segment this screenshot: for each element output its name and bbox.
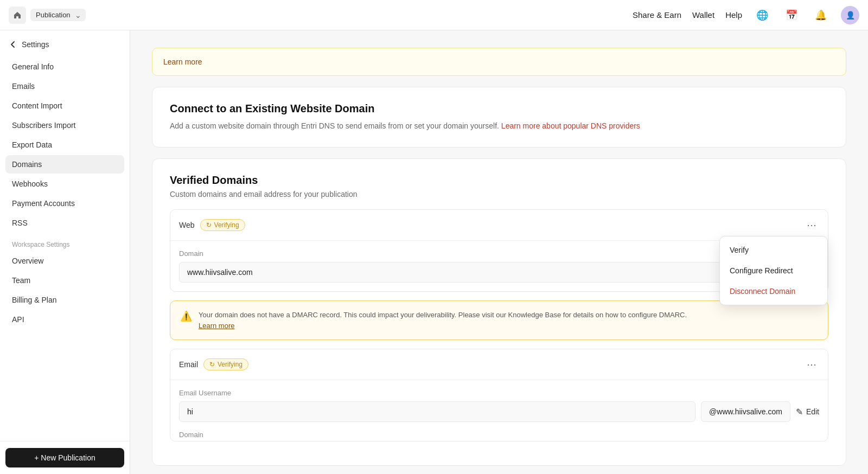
sidebar-item-api[interactable]: API — [5, 310, 124, 329]
wallet-link[interactable]: Wallet — [692, 10, 714, 20]
web-domain-card: Web ↻ Verifying ⋯ Domain www.hiivsalive.… — [170, 209, 828, 292]
sidebar-item-label: Billing & Plan — [12, 296, 57, 304]
bell-icon: 🔔 — [815, 9, 827, 21]
email-domain-card-body: Email Username hi @www.hiivsalive.com ✎ … — [170, 380, 828, 431]
dropdown-disconnect-domain[interactable]: Disconnect Domain — [720, 281, 827, 302]
topbar: Publication Share & Earn Wallet Help 🌐 📅… — [0, 0, 868, 30]
sidebar-item-emails[interactable]: Emails — [5, 77, 124, 95]
verifying-spin-icon: ↻ — [206, 221, 212, 229]
web-domain-type: Web — [179, 221, 195, 229]
warning-triangle-icon: ⚠️ — [180, 310, 192, 322]
email-username-label: Email Username — [179, 389, 819, 397]
sidebar-item-label: Overview — [12, 257, 43, 265]
email-domain-more-button[interactable]: ⋯ — [804, 357, 819, 372]
verified-domains-description: Custom domains and email address for you… — [170, 190, 828, 198]
new-publication-button[interactable]: + New Publication — [5, 448, 124, 467]
calendar-icon: 📅 — [786, 9, 797, 21]
sidebar-item-label: Export Data — [12, 140, 52, 149]
main-content: Learn more Connect to an Existing Websit… — [130, 30, 868, 474]
sidebar-nav: General Info Emails Content Import Subsc… — [0, 55, 130, 441]
email-domain-header-left: Email ↻ Verifying — [179, 358, 248, 370]
sidebar-item-label: Team — [12, 276, 30, 285]
sidebar-item-subscribers-import[interactable]: Subscribers Import — [5, 116, 124, 134]
home-button[interactable] — [9, 7, 26, 24]
sidebar-item-label: Subscribers Import — [12, 121, 75, 130]
dropdown-verify[interactable]: Verify — [720, 240, 827, 260]
web-domain-dropdown: Verify Configure Redirect Disconnect Dom… — [719, 236, 828, 305]
sidebar-item-rss[interactable]: RSS — [5, 214, 124, 232]
email-more-dots-icon: ⋯ — [807, 358, 816, 370]
sidebar-footer: + New Publication — [0, 441, 130, 474]
back-arrow-icon — [9, 40, 17, 49]
sidebar-item-label: Webhooks — [12, 180, 48, 188]
sidebar-item-label: RSS — [12, 219, 28, 227]
sidebar-back-button[interactable]: Settings — [0, 30, 130, 55]
avatar-initials: 👤 — [846, 11, 855, 20]
edit-button-label: Edit — [806, 407, 819, 416]
connect-domain-description: Add a custom website domain through Entr… — [170, 120, 828, 132]
sidebar-item-export-data[interactable]: Export Data — [5, 136, 124, 154]
publication-selector[interactable]: Publication — [30, 9, 86, 21]
verified-domains-title: Verified Domains — [170, 174, 828, 187]
sidebar-item-label: Domains — [12, 160, 42, 169]
top-warning-banner: Learn more — [152, 48, 846, 76]
sidebar-item-label: General Info — [12, 62, 54, 71]
email-domain-type: Email — [179, 360, 198, 369]
connect-domain-card: Connect to an Existing Website Domain Ad… — [152, 87, 846, 148]
avatar[interactable]: 👤 — [841, 6, 859, 24]
email-verifying-label: Verifying — [218, 361, 242, 368]
email-username-value: hi — [179, 401, 695, 422]
verified-domains-section: Verified Domains Custom domains and emai… — [152, 158, 846, 466]
sidebar-item-content-import[interactable]: Content Import — [5, 97, 124, 115]
email-edit-button[interactable]: ✎ Edit — [796, 407, 819, 417]
web-domain-more-button[interactable]: ⋯ — [804, 217, 819, 233]
globe-icon: 🌐 — [756, 9, 768, 21]
bell-button[interactable]: 🔔 — [812, 6, 830, 24]
email-verifying-badge: ↻ Verifying — [203, 358, 248, 370]
sidebar-item-label: Payment Accounts — [12, 199, 75, 208]
email-domain-bottom-label: Domain — [170, 431, 828, 441]
email-domain-card: Email ↻ Verifying ⋯ Email Username hi — [170, 349, 828, 441]
sidebar-item-payment-accounts[interactable]: Payment Accounts — [5, 194, 124, 213]
dns-link[interactable]: Learn more about popular DNS providers — [501, 121, 640, 130]
layout: Settings General Info Emails Content Imp… — [0, 30, 868, 474]
top-warning-learn-more-link[interactable]: Learn more — [163, 57, 202, 66]
sidebar: Settings General Info Emails Content Imp… — [0, 30, 130, 474]
sidebar-item-label: API — [12, 315, 24, 324]
sidebar-item-team[interactable]: Team — [5, 271, 124, 290]
topbar-right: Share & Earn Wallet Help 🌐 📅 🔔 👤 — [633, 6, 859, 24]
web-verifying-badge: ↻ Verifying — [200, 219, 245, 231]
email-field-row: hi @www.hiivsalive.com ✎ Edit — [179, 401, 819, 422]
sidebar-item-label: Emails — [12, 82, 35, 91]
web-domain-header-left: Web ↻ Verifying — [179, 219, 245, 231]
dropdown-configure-redirect[interactable]: Configure Redirect — [720, 260, 827, 281]
sidebar-item-billing-plan[interactable]: Billing & Plan — [5, 291, 124, 309]
share-earn-link[interactable]: Share & Earn — [633, 10, 681, 20]
sidebar-back-label: Settings — [22, 40, 49, 49]
dmarc-warning-text: Your domain does not have a DMARC record… — [199, 310, 687, 331]
help-link[interactable]: Help — [725, 10, 742, 20]
dmarc-learn-more-link[interactable]: Learn more — [199, 322, 234, 330]
sidebar-item-overview[interactable]: Overview — [5, 252, 124, 270]
web-verifying-label: Verifying — [214, 221, 239, 229]
email-domain-card-header: Email ↻ Verifying ⋯ — [170, 349, 828, 380]
globe-button[interactable]: 🌐 — [753, 6, 771, 24]
sidebar-item-general-info[interactable]: General Info — [5, 57, 124, 76]
email-verifying-spin-icon: ↻ — [209, 361, 215, 368]
dmarc-warning-box: ⚠️ Your domain does not have a DMARC rec… — [170, 300, 828, 340]
topbar-left: Publication — [9, 7, 86, 24]
workspace-section-label: Workspace Settings — [5, 233, 124, 252]
calendar-button[interactable]: 📅 — [782, 6, 801, 24]
sidebar-item-label: Content Import — [12, 101, 62, 110]
more-dots-icon: ⋯ — [807, 219, 816, 231]
connect-domain-title: Connect to an Existing Website Domain — [170, 103, 828, 115]
sidebar-item-webhooks[interactable]: Webhooks — [5, 175, 124, 193]
email-at-domain: @www.hiivsalive.com — [701, 401, 790, 422]
sidebar-item-domains[interactable]: Domains — [5, 155, 124, 174]
publication-selector-wrap: Publication — [30, 9, 86, 21]
edit-pencil-icon: ✎ — [796, 407, 803, 417]
home-icon — [13, 11, 22, 20]
